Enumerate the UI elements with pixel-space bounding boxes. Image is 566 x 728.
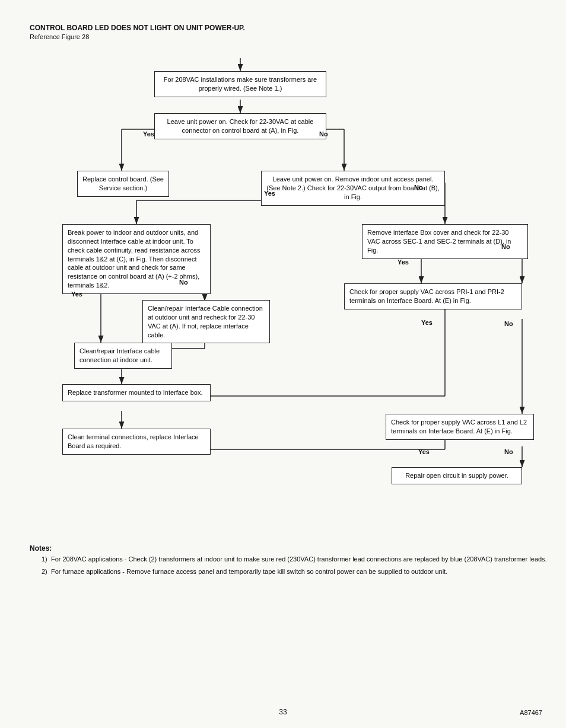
label-no-b4: No [179, 279, 188, 286]
box-clean-indoor: Clean/repair Interface cable connection … [74, 343, 172, 369]
box-replace-transformer: Replace transformer mounted to Interface… [62, 384, 211, 401]
label-no-b11: No [504, 448, 513, 455]
doc-id: A87467 [520, 709, 542, 716]
page: CONTROL BOARD LED DOES NOT LIGHT ON UNIT… [0, 0, 566, 728]
page-number: 33 [279, 708, 287, 716]
label-yes-b1: Yes [143, 130, 154, 138]
notes-title: Notes: [30, 544, 548, 553]
note-item-1: 1) For 208VAC applications - Check (2) t… [42, 555, 548, 564]
box-clean-terminals: Clean terminal connections, replace Inte… [62, 429, 211, 455]
page-title: CONTROL BOARD LED DOES NOT LIGHT ON UNIT… [30, 24, 548, 32]
box-check-a: Leave unit power on. Check for 22-30VAC … [154, 113, 326, 139]
label-no-b5: No [501, 243, 510, 250]
box-check-pri: Check for proper supply VAC across PRI-1… [344, 283, 522, 309]
label-no-b3: No [414, 184, 423, 191]
reference-text: Reference Figure 28 [30, 33, 548, 40]
label-yes-b3: Yes [264, 190, 275, 197]
label-yes-b11: Yes [418, 448, 430, 455]
box-208vac: For 208VAC installations make sure trans… [154, 71, 326, 97]
label-yes-b9: Yes [421, 319, 433, 326]
box-repair-circuit: Repair open circuit in supply power. [392, 467, 522, 484]
box-clean-outdoor: Clean/repair Interface Cable connection … [142, 300, 270, 343]
label-yes-b5: Yes [398, 258, 409, 266]
note-item-2: 2) For furnace applications - Remove fur… [42, 567, 548, 576]
label-yes-b4: Yes [71, 290, 82, 298]
box-remove-interface-cover: Remove interface Box cover and check for… [362, 224, 528, 259]
label-no-b1: No [319, 130, 328, 138]
box-replace-control-board: Replace control board. (See Service sect… [77, 171, 169, 197]
box-break-power: Break power to indoor and outdoor units,… [62, 224, 211, 294]
box-check-l1-l2: Check for proper supply VAC across L1 an… [386, 414, 534, 440]
label-no-b9: No [504, 320, 513, 327]
flowchart: For 208VAC installations make sure trans… [30, 46, 546, 532]
notes-section: Notes: 1) For 208VAC applications - Chec… [30, 544, 548, 577]
